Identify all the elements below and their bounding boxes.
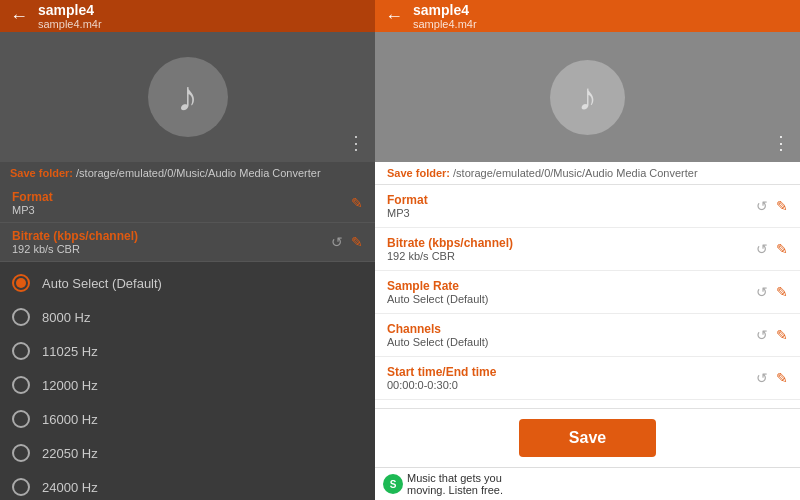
save-button[interactable]: Save [519,419,656,457]
left-back-button[interactable]: ← [10,6,28,27]
radio-label: 12000 Hz [42,378,98,393]
rs-label: Format [387,193,756,207]
music-note-icon: ♪ [177,73,198,121]
radio-label: 22050 Hz [42,446,98,461]
right-save-folder-bar: Save folder: /storage/emulated/0/Music/A… [375,162,800,185]
radio-item[interactable]: 24000 Hz [0,470,375,500]
right-setting-row: ChannelsAuto Select (Default)↺✎ [375,314,800,357]
left-save-folder-bar: Save folder: /storage/emulated/0/Music/A… [0,162,375,184]
radio-circle [12,410,30,428]
radio-item[interactable]: Auto Select (Default) [0,266,375,300]
radio-label: 16000 Hz [42,412,98,427]
left-format-value: MP3 [12,204,53,216]
right-panel: ← sample4 sample4.m4r ♪ ⋮ Save folder: /… [375,0,800,500]
radio-circle [12,274,30,292]
left-format-row: Format MP3 ✎ [0,184,375,223]
right-save-folder-path: /storage/emulated/0/Music/Audio Media Co… [453,167,698,179]
radio-item[interactable]: 11025 Hz [0,334,375,368]
ad-text-line1: Music that gets you [407,472,792,484]
left-bitrate-reload-icon[interactable]: ↺ [331,234,343,250]
right-title-block: sample4 sample4.m4r [413,2,477,30]
right-header: ← sample4 sample4.m4r [375,0,800,32]
spotify-logo-icon: S [383,474,403,494]
left-subtitle: sample4.m4r [38,18,102,30]
ad-banner: S Music that gets you moving. Listen fre… [375,467,800,500]
radio-label: 24000 Hz [42,480,98,495]
rs-value: 192 kb/s CBR [387,250,756,262]
rs-value: Auto Select (Default) [387,293,756,305]
left-save-folder-path: /storage/emulated/0/Music/Audio Media Co… [76,167,321,179]
right-thumbnail: ♪ ⋮ [375,32,800,162]
rs-label: Bitrate (kbps/channel) [387,236,756,250]
radio-circle [12,478,30,496]
left-header: ← sample4 sample4.m4r [0,0,375,32]
radio-circle [12,308,30,326]
left-save-folder-label: Save folder: [10,167,76,179]
rs-label: Sample Rate [387,279,756,293]
radio-circle [12,444,30,462]
right-setting-row: Start time/End time00:00:0-0:30:0↺✎ [375,357,800,400]
left-sample-rate-list: Auto Select (Default)8000 Hz11025 Hz1200… [0,262,375,500]
left-format-edit-icon[interactable]: ✎ [351,195,363,211]
reload-icon[interactable]: ↺ [756,327,768,343]
right-more-options-icon[interactable]: ⋮ [772,132,790,154]
ad-text-line2: moving. Listen free. [407,484,792,496]
right-back-button[interactable]: ← [385,6,403,27]
right-title: sample4 [413,2,477,18]
reload-icon[interactable]: ↺ [756,198,768,214]
right-subtitle: sample4.m4r [413,18,477,30]
edit-icon[interactable]: ✎ [776,327,788,343]
left-bitrate-row: Bitrate (kbps/channel) 192 kb/s CBR ↺ ✎ [0,223,375,262]
radio-item[interactable]: 12000 Hz [0,368,375,402]
edit-icon[interactable]: ✎ [776,370,788,386]
right-settings-list: FormatMP3↺✎Bitrate (kbps/channel)192 kb/… [375,185,800,408]
right-music-note-icon: ♪ [578,76,597,119]
right-setting-row: FormatMP3↺✎ [375,185,800,228]
right-setting-row: Bitrate (kbps/channel)192 kb/s CBR↺✎ [375,228,800,271]
save-area: Save [375,408,800,467]
right-music-icon: ♪ [550,60,625,135]
edit-icon[interactable]: ✎ [776,284,788,300]
radio-label: 8000 Hz [42,310,90,325]
rs-value: 00:00:0-0:30:0 [387,379,756,391]
right-save-folder-label: Save folder: [387,167,453,179]
radio-label: Auto Select (Default) [42,276,162,291]
reload-icon[interactable]: ↺ [756,370,768,386]
edit-icon[interactable]: ✎ [776,198,788,214]
left-panel: ← sample4 sample4.m4r ♪ ⋮ Save folder: /… [0,0,375,500]
rs-value: MP3 [387,207,756,219]
radio-circle [12,376,30,394]
left-bitrate-value: 192 kb/s CBR [12,243,138,255]
reload-icon[interactable]: ↺ [756,241,768,257]
rs-value: Auto Select (Default) [387,336,756,348]
edit-icon[interactable]: ✎ [776,241,788,257]
left-bitrate-edit-icon[interactable]: ✎ [351,234,363,250]
rs-label: Channels [387,322,756,336]
radio-label: 11025 Hz [42,344,98,359]
left-more-options-icon[interactable]: ⋮ [347,132,365,154]
radio-item[interactable]: 22050 Hz [0,436,375,470]
radio-item[interactable]: 8000 Hz [0,300,375,334]
radio-item[interactable]: 16000 Hz [0,402,375,436]
left-thumbnail: ♪ ⋮ [0,32,375,162]
reload-icon[interactable]: ↺ [756,284,768,300]
left-music-icon: ♪ [148,57,228,137]
radio-circle [12,342,30,360]
left-title: sample4 [38,2,102,18]
rs-label: Start time/End time [387,365,756,379]
left-title-block: sample4 sample4.m4r [38,2,102,30]
right-setting-row: Sample RateAuto Select (Default)↺✎ [375,271,800,314]
left-format-label: Format [12,190,53,204]
left-bitrate-label: Bitrate (kbps/channel) [12,229,138,243]
